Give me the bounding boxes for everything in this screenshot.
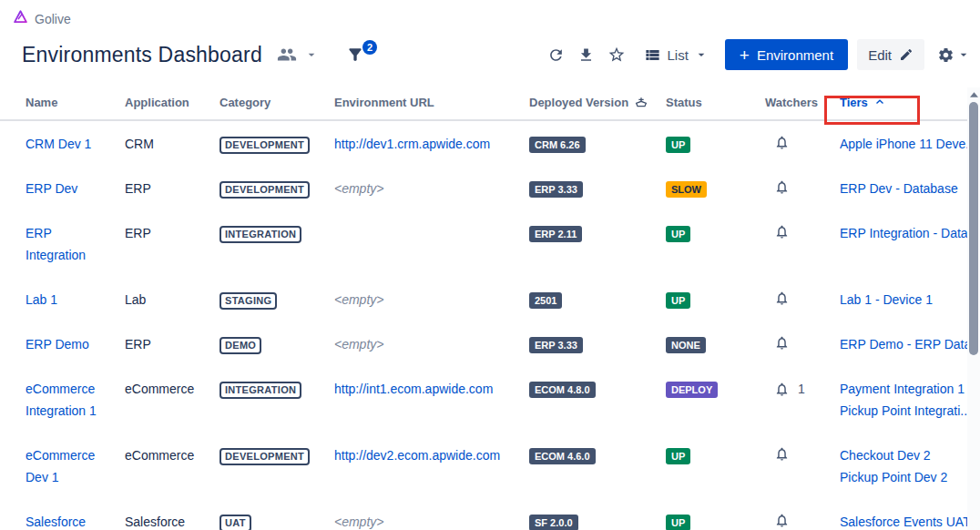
status-badge[interactable]: UP [666, 137, 690, 153]
tier-link[interactable]: ERP Demo - ERP Data.. [840, 333, 980, 355]
category-badge: DEVELOPMENT [219, 137, 310, 154]
bell-icon[interactable] [772, 380, 791, 399]
deployed-version-badge[interactable]: CRM 6.26 [529, 137, 586, 153]
environment-name-link[interactable]: CRM Dev 1 [26, 133, 91, 155]
category-badge: INTEGRATION [219, 226, 301, 243]
filter-button[interactable]: 2 [344, 44, 366, 66]
empty-placeholder: <empty> [334, 515, 383, 529]
application-cell: ERP [125, 222, 219, 244]
bell-icon[interactable] [772, 333, 791, 352]
category-badge: DEVELOPMENT [219, 448, 310, 465]
environment-name-link[interactable]: eCommerce Integration 1 [26, 378, 113, 422]
empty-placeholder: <empty> [334, 292, 383, 307]
environment-name-link[interactable]: ERP Dev [26, 178, 77, 199]
tier-link[interactable]: Salesforce Events UAT [840, 511, 980, 530]
status-badge[interactable]: UP [666, 515, 690, 530]
refresh-icon[interactable] [546, 45, 567, 66]
tier-link[interactable]: Pickup Point Dev 2 [840, 466, 980, 488]
table-row: eCommerce Dev 1 eCommerce DEVELOPMENT ht… [0, 433, 980, 499]
deployed-version-badge[interactable]: ECOM 4.8.0 [529, 382, 596, 398]
status-badge[interactable]: UP [666, 292, 690, 309]
view-mode-label: List [667, 47, 688, 63]
table-header-row: Name Application Category Environment UR… [0, 85, 967, 121]
favorite-star-icon[interactable] [606, 44, 628, 66]
bell-icon[interactable] [772, 289, 791, 308]
shared-users-icon[interactable] [275, 43, 299, 66]
deployed-version-badge[interactable]: ERP 3.33 [529, 181, 583, 198]
application-cell: CRM [125, 133, 219, 155]
column-header-watchers[interactable]: Watchers [765, 96, 840, 109]
column-header-version[interactable]: Deployed Version [529, 95, 666, 109]
settings-menu[interactable] [937, 46, 971, 64]
watcher-count: 1 [798, 378, 805, 400]
add-environment-button[interactable]: + Environment [725, 39, 848, 70]
app-name: Golive [35, 12, 71, 26]
vertical-scrollbar[interactable] [967, 87, 980, 530]
category-badge: UAT [219, 515, 251, 530]
table-row: ERP Demo ERP DEMO <empty> ERP 3.33 NONE … [0, 321, 980, 366]
bell-icon[interactable] [772, 133, 791, 152]
plus-icon: + [740, 46, 750, 64]
tier-link[interactable]: ERP Dev - Database [840, 178, 980, 199]
column-header-name[interactable]: Name [26, 96, 125, 109]
environments-table: Name Application Category Environment UR… [0, 85, 980, 530]
application-cell: ERP [125, 178, 219, 199]
table-row: eCommerce Integration 1 eCommerce INTEGR… [0, 366, 980, 433]
table-row: CRM Dev 1 CRM DEVELOPMENT http://dev1.cr… [0, 121, 980, 166]
tier-link[interactable]: Checkout Dev 2 [840, 444, 980, 466]
tier-link[interactable]: Apple iPhone 11 Deve. [840, 133, 980, 155]
application-cell: eCommerce [125, 378, 219, 400]
scrollbar-up-arrow[interactable] [967, 87, 980, 102]
column-header-application[interactable]: Application [125, 96, 219, 109]
deployed-version-badge[interactable]: ECOM 4.6.0 [529, 448, 596, 464]
tier-link[interactable]: Payment Integration 1 [840, 378, 980, 400]
edit-button[interactable]: Edit [857, 39, 924, 70]
column-header-url[interactable]: Environment URL [334, 96, 529, 109]
deployed-version-badge[interactable]: SF 2.0.0 [529, 515, 578, 530]
column-header-version-label: Deployed Version [529, 96, 628, 109]
deployed-version-badge[interactable]: ERP 2.11 [529, 226, 582, 242]
app-bar: Golive [0, 0, 980, 28]
column-header-status[interactable]: Status [666, 96, 765, 109]
environment-name-link[interactable]: eCommerce Dev 1 [26, 444, 113, 488]
tier-link[interactable]: Lab 1 - Device 1 [840, 289, 980, 311]
application-cell: Salesforce [125, 511, 219, 530]
application-cell: eCommerce [125, 444, 219, 466]
deployed-version-badge[interactable]: 2501 [529, 292, 562, 309]
environment-url-link[interactable]: http://dev2.ecom.apwide.com [334, 448, 500, 463]
table-row: ERP Integration ERP INTEGRATION ERP 2.11… [0, 210, 980, 277]
environment-name-link[interactable]: Salesforce [26, 511, 86, 530]
scrollbar-thumb[interactable] [969, 102, 978, 355]
column-header-tiers[interactable]: Tiers [840, 96, 967, 109]
status-badge[interactable]: UP [666, 226, 690, 242]
bell-icon[interactable] [772, 444, 791, 464]
environment-url-link[interactable]: http://int1.ecom.apwide.com [334, 382, 493, 396]
view-mode-switch[interactable]: List [644, 46, 708, 64]
tier-link[interactable]: ERP Integration - Data. [840, 222, 980, 244]
category-badge: DEVELOPMENT [219, 181, 310, 199]
environment-name-link[interactable]: ERP Integration [26, 222, 113, 266]
status-badge[interactable]: SLOW [666, 181, 707, 198]
chevron-down-icon[interactable] [302, 46, 321, 64]
table-row: Lab 1 Lab STAGING <empty> 2501 UP Lab 1 … [0, 277, 980, 321]
category-badge: STAGING [219, 292, 277, 310]
application-cell: Lab [125, 289, 219, 311]
page-title: Environments Dashboard [22, 43, 262, 67]
status-badge[interactable]: NONE [666, 337, 706, 353]
bell-icon[interactable] [772, 222, 791, 241]
column-header-tiers-label: Tiers [840, 96, 868, 109]
status-badge[interactable]: DEPLOY [666, 382, 718, 398]
gear-icon [937, 46, 954, 64]
export-download-icon[interactable] [576, 45, 597, 66]
environment-name-link[interactable]: Lab 1 [26, 289, 57, 311]
tier-link[interactable]: Pickup Point Integrati.. [840, 400, 980, 422]
bell-icon[interactable] [772, 178, 791, 197]
environment-url-link[interactable]: http://dev1.crm.apwide.com [334, 137, 490, 151]
deployed-version-badge[interactable]: ERP 3.33 [529, 337, 583, 353]
list-view-icon [644, 46, 661, 64]
status-badge[interactable]: UP [666, 448, 690, 464]
column-header-category[interactable]: Category [219, 96, 334, 109]
page-header: Environments Dashboard 2 List + Environm… [0, 28, 980, 70]
environment-name-link[interactable]: ERP Demo [26, 333, 89, 355]
bell-icon[interactable] [772, 511, 791, 530]
